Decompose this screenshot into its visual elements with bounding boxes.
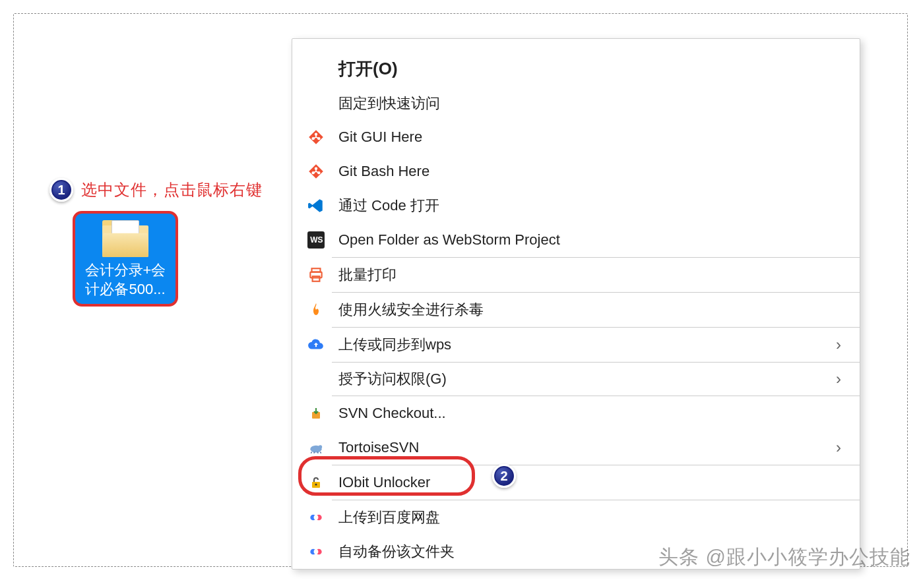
flame-icon <box>305 299 327 320</box>
menu-pin-quick-access[interactable]: 固定到快速访问 <box>292 87 860 120</box>
menu-tortoisesvn[interactable]: TortoiseSVN › <box>292 430 860 465</box>
baidu-pan-icon <box>305 541 327 562</box>
git-icon <box>305 161 327 182</box>
menu-iobit-label: IObit Unlocker <box>338 474 430 491</box>
menu-vscode-label: 通过 Code 打开 <box>338 196 439 216</box>
annotation-step-1: 1 选中文件，点击鼠标右键 <box>49 178 263 202</box>
menu-svn-checkout-label: SVN Checkout... <box>338 405 446 422</box>
svg-text:WS: WS <box>310 235 323 245</box>
svn-checkout-icon <box>305 403 327 424</box>
menu-baidu-label: 上传到百度网盘 <box>338 508 440 527</box>
chevron-right-icon: › <box>836 336 841 354</box>
menu-access-label: 授予访问权限(G) <box>338 369 447 389</box>
menu-baidu-backup-label: 自动备份该文件夹 <box>338 542 455 562</box>
baidu-pan-icon <box>305 507 327 528</box>
menu-wps-upload[interactable]: 上传或同步到wps › <box>292 328 860 362</box>
menu-huorong-label: 使用火绒安全进行杀毒 <box>338 300 484 320</box>
folder-label: 会计分录+会 计必备500... <box>85 261 166 299</box>
tortoise-icon <box>305 437 327 458</box>
badge-1: 1 <box>49 178 73 202</box>
menu-git-bash-label: Git Bash Here <box>338 163 429 180</box>
svg-point-21 <box>314 550 319 554</box>
menu-open-with-code[interactable]: 通过 Code 打开 <box>292 189 860 223</box>
context-menu: 打开(O) 固定到快速访问 Git GUI Here Git Bash Here… <box>292 38 860 570</box>
menu-git-gui[interactable]: Git GUI Here <box>292 120 860 154</box>
webstorm-icon: WS <box>305 229 327 250</box>
menu-svn-checkout[interactable]: SVN Checkout... <box>292 396 860 430</box>
menu-batch-print[interactable]: 批量打印 <box>292 258 860 292</box>
selected-folder[interactable]: 会计分录+会 计必备500... <box>73 211 178 307</box>
menu-wps-label: 上传或同步到wps <box>338 335 451 355</box>
menu-webstorm-label: Open Folder as WebStorm Project <box>338 231 560 249</box>
cloud-upload-icon <box>305 334 327 355</box>
menu-grant-access[interactable]: 授予访问权限(G) › <box>292 363 860 396</box>
menu-tortoise-label: TortoiseSVN <box>338 439 419 456</box>
menu-batch-print-label: 批量打印 <box>338 265 397 285</box>
printer-icon <box>305 264 327 285</box>
menu-iobit-unlocker[interactable]: IObit Unlocker <box>292 465 860 500</box>
folder-icon <box>102 220 148 257</box>
svg-point-18 <box>314 515 319 520</box>
watermark: 头条 @跟小小筱学办公技能 <box>658 544 910 571</box>
annotation-1-text: 选中文件，点击鼠标右键 <box>81 179 263 200</box>
unlock-icon <box>305 472 327 493</box>
menu-baidu-upload[interactable]: 上传到百度网盘 <box>292 500 860 535</box>
svg-point-15 <box>315 484 317 486</box>
menu-open[interactable]: 打开(O) <box>292 51 860 87</box>
menu-huorong-scan[interactable]: 使用火绒安全进行杀毒 <box>292 293 860 327</box>
menu-open-label: 打开(O) <box>338 57 398 80</box>
menu-pin-label: 固定到快速访问 <box>338 94 440 113</box>
menu-git-gui-label: Git GUI Here <box>338 129 422 146</box>
badge-2: 2 <box>492 464 516 488</box>
chevron-right-icon: › <box>836 438 841 457</box>
chevron-right-icon: › <box>836 370 841 388</box>
menu-git-bash[interactable]: Git Bash Here <box>292 154 860 189</box>
vscode-icon <box>305 195 327 216</box>
git-icon <box>305 127 327 148</box>
svg-point-13 <box>319 445 322 448</box>
menu-open-webstorm[interactable]: WS Open Folder as WebStorm Project <box>292 223 860 257</box>
